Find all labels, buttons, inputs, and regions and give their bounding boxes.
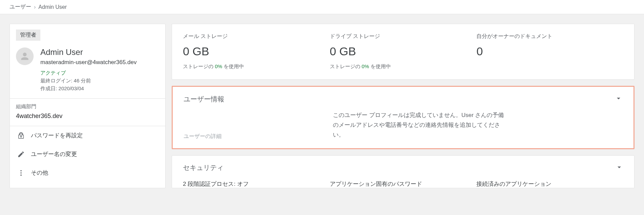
stat-label: メール ストレージ [183,33,330,40]
security-panel[interactable]: セキュリティ 2 段階認証プロセス: オフ アプリケーション固有のパスワード 接… [172,155,634,188]
stat-subtext: ストレージの 0% を使用中 [330,63,477,70]
svg-point-2 [20,174,22,176]
action-label: パスワードを再設定 [31,132,83,139]
breadcrumb: ユーザー › Admin User [0,0,644,14]
two-step-verification: 2 段階認証プロセス: オフ [183,180,330,188]
stat-subtext: ストレージの 0% を使用中 [183,63,330,70]
svg-point-1 [20,172,22,174]
stat-value: 0 GB [330,45,477,58]
admin-badge: 管理者 [16,30,40,41]
stat-label: 自分がオーナーのドキュメント [476,33,623,40]
breadcrumb-current: Admin User [38,4,67,10]
panel-title: ユーザー情報 [184,95,224,104]
rename-user-button[interactable]: ユーザー名の変更 [10,145,165,163]
created-date: 作成日: 2020/03/04 [40,85,137,93]
user-details-link[interactable]: ユーザーの詳細 [184,133,333,140]
stat-drive-storage: ドライブ ストレージ 0 GB ストレージの 0% を使用中 [330,33,477,70]
avatar [16,47,34,65]
user-display-name: Admin User [40,47,137,57]
stat-label: ドライブ ストレージ [330,33,477,40]
chevron-down-icon[interactable] [615,163,623,173]
reset-password-button[interactable]: パスワードを再設定 [10,126,165,145]
more-actions-button[interactable]: その他 [10,163,165,182]
chevron-right-icon: › [34,4,36,10]
user-info-panel[interactable]: ユーザー情報 ユーザーの詳細 このユーザー プロフィールは完成していません。Us… [172,86,634,149]
panel-title: セキュリティ [183,163,224,172]
pencil-icon [17,151,25,158]
breadcrumb-root[interactable]: ユーザー [10,3,31,11]
storage-stats-card: メール ストレージ 0 GB ストレージの 0% を使用中 ドライブ ストレージ… [172,24,634,80]
stat-mail-storage: メール ストレージ 0 GB ストレージの 0% を使用中 [183,33,330,70]
profile-incomplete-message: このユーザー プロフィールは完成していません。User さんの予備のメールアドレ… [333,111,509,140]
more-vert-icon [17,169,25,177]
app-specific-passwords: アプリケーション固有のパスワード [330,180,477,188]
stat-owner-docs: 自分がオーナーのドキュメント 0 [476,33,623,70]
org-unit-label: 組織部門 [16,103,159,110]
connected-apps: 接続済みのアプリケーション [476,180,623,188]
last-login: 最終ログイン: 46 分前 [40,77,137,85]
lock-reset-icon [17,132,25,139]
user-status: アクティブ [40,70,137,76]
svg-point-0 [20,170,22,171]
person-icon [19,51,30,62]
user-email: masteradmin-user@4watcher365.dev [40,59,137,66]
action-label: ユーザー名の変更 [31,150,77,158]
user-summary-card: 管理者 Admin User masteradmin-user@4watcher… [10,24,166,188]
org-unit-value: 4watcher365.dev [16,113,159,120]
chevron-down-icon[interactable] [614,94,623,104]
stat-value: 0 [476,45,623,58]
action-label: その他 [31,169,48,177]
stat-value: 0 GB [183,45,330,58]
